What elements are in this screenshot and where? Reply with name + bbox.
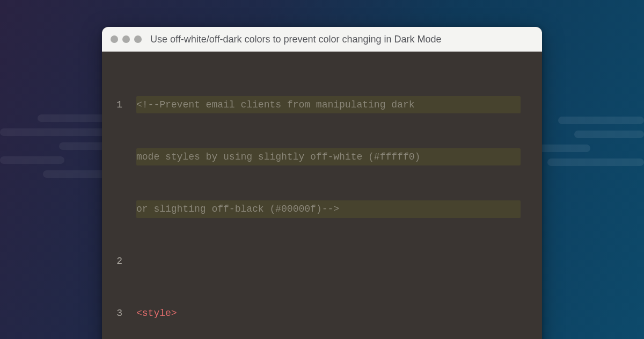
code-window: Use off-white/off-dark colors to prevent… <box>102 27 542 339</box>
code-line: or slighting off-black (#00000f)--> <box>102 200 527 218</box>
code-line: mode styles by using slightly off-white … <box>102 148 527 165</box>
minimize-icon[interactable] <box>122 35 130 43</box>
code-content <box>136 253 527 270</box>
window-titlebar: Use off-white/off-dark colors to prevent… <box>102 27 542 52</box>
code-editor[interactable]: 1 <!--Prevent email clients from manipul… <box>102 52 542 339</box>
line-number: 2 <box>102 253 136 270</box>
zoom-icon[interactable] <box>134 35 142 43</box>
window-controls <box>111 35 142 43</box>
window-title: Use off-white/off-dark colors to prevent… <box>150 34 442 45</box>
code-content: or slighting off-black (#00000f)--> <box>136 200 521 218</box>
code-content: <!--Prevent email clients from manipulat… <box>136 96 521 113</box>
line-number <box>102 200 136 218</box>
code-content: <style> <box>136 305 527 322</box>
code-line: 2 <box>102 253 527 270</box>
line-number <box>102 148 136 165</box>
close-icon[interactable] <box>111 35 118 43</box>
line-number: 3 <box>102 305 136 322</box>
code-line: 1 <!--Prevent email clients from manipul… <box>102 96 527 113</box>
code-line: 3 <style> <box>102 305 527 322</box>
line-number: 1 <box>102 96 136 113</box>
code-content: mode styles by using slightly off-white … <box>136 148 521 165</box>
